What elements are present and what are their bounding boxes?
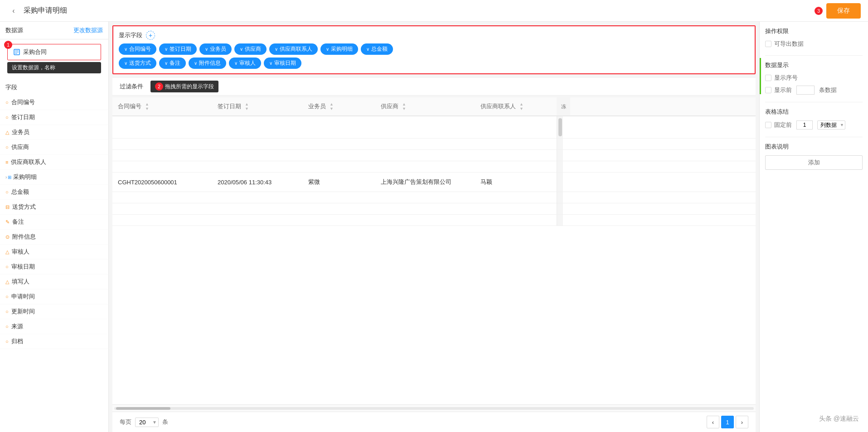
td-scroll-col (557, 161, 563, 172)
page-1-button[interactable]: 1 (721, 416, 734, 428)
sidebar-field-item[interactable]: ○归档 (0, 334, 108, 349)
field-tag[interactable]: ∨合同编号 (119, 43, 156, 55)
th-supplier: 供应商 ▲▼ (375, 97, 475, 115)
save-button[interactable]: 保存 (826, 3, 861, 19)
sidebar-field-item[interactable]: ○更新时间 (0, 304, 108, 319)
watermark: 头条 @速融云 (819, 415, 859, 423)
field-tag[interactable]: ∨业务员 (199, 43, 232, 55)
table-row (112, 139, 756, 150)
sort-icon-contact[interactable]: ▲▼ (519, 102, 524, 111)
sort-icon-supplier[interactable]: ▲▼ (402, 102, 406, 111)
td-scroll-col (557, 116, 563, 138)
scroll-track (114, 407, 754, 410)
sidebar-field-item[interactable]: △审核人 (0, 245, 108, 259)
fields-list: ○合同编号○签订日期△业务员○供应商≡供应商联系人›⊞采购明细○总金额⊟送货方式… (0, 95, 108, 349)
show-sequence-checkbox[interactable] (765, 75, 771, 81)
prev-page-button[interactable]: ‹ (707, 416, 719, 428)
badge-1: 1 (4, 41, 12, 49)
freeze-title: 表格冻结 (765, 108, 863, 116)
sidebar-field-item[interactable]: ○来源 (0, 319, 108, 334)
th-contact: 供应商联系人 ▲▼ (475, 97, 557, 115)
show-first-input[interactable] (796, 86, 815, 95)
field-tag[interactable]: ∨附件信息 (189, 58, 226, 69)
tooltip-2: 2 拖拽所需的显示字段 (150, 81, 218, 92)
td-date (212, 161, 303, 172)
sidebar-field-item[interactable]: ⊟送货方式 (0, 200, 108, 215)
add-field-button[interactable]: + (146, 31, 155, 40)
field-tag[interactable]: ∨审核人 (229, 58, 261, 69)
freeze-value-input[interactable] (796, 120, 813, 130)
sidebar-field-item[interactable]: △填写人 (0, 274, 108, 289)
field-tag[interactable]: ∨供应商联系人 (269, 43, 318, 55)
field-tag[interactable]: ∨备注 (159, 58, 186, 69)
col-more-header: 冻 (557, 97, 570, 115)
td-staff (303, 150, 375, 161)
sidebar-field-item[interactable]: △业务员 (0, 125, 108, 140)
td-date (212, 215, 303, 226)
sidebar-field-item[interactable]: ○总金额 (0, 185, 108, 200)
tooltip-2-text: 拖拽所需的显示字段 (165, 83, 214, 91)
sidebar-field-item[interactable]: ✎备注 (0, 215, 108, 230)
sidebar-field-item[interactable]: ≡供应商联系人 (0, 155, 108, 170)
change-datasource-link[interactable]: 更改数据源 (73, 26, 103, 34)
sort-icon-contract[interactable]: ▲▼ (145, 102, 149, 111)
td-supplier (375, 139, 475, 149)
chart-section: 图表说明 添加 (765, 143, 863, 170)
divider-3 (765, 137, 863, 137)
horizontal-scrollbar[interactable] (112, 404, 756, 412)
sidebar-field-item[interactable]: ○审核日期 (0, 259, 108, 274)
td-contract (112, 215, 212, 226)
td-staff (303, 116, 375, 138)
accent-bar (760, 58, 761, 94)
table-area: 合同编号 ▲▼ 签订日期 ▲▼ 业务员 ▲▼ 供应商 ▲▼ 供应商联系人 ▲ (112, 97, 756, 432)
sidebar-field-item[interactable]: ○供应商 (0, 140, 108, 155)
filter-label: 过滤条件 (120, 82, 143, 91)
show-first-unit: 条数据 (819, 86, 837, 94)
td-scroll-col (557, 203, 563, 214)
freeze-select-wrapper: 列数据 ▼ (817, 120, 845, 130)
td-contract: CGHT2020050600001 (112, 173, 212, 192)
field-tag[interactable]: ∨签订日期 (159, 43, 197, 55)
sort-icon-staff[interactable]: ▲▼ (330, 102, 334, 111)
td-contract (112, 161, 212, 172)
field-tag[interactable]: ∨供应商 (234, 43, 267, 55)
show-first-checkbox[interactable] (765, 87, 771, 93)
td-date (212, 139, 303, 149)
field-tag[interactable]: ∨送货方式 (119, 58, 156, 69)
field-tags-row1: ∨合同编号∨签订日期∨业务员∨供应商∨供应商联系人∨采购明细∨总金额 (119, 43, 749, 55)
td-contact (475, 116, 557, 138)
freeze-label: 固定前 (774, 121, 792, 129)
back-button[interactable]: ‹ (7, 5, 20, 17)
export-checkbox[interactable] (765, 41, 771, 47)
td-contact (475, 139, 557, 149)
td-scroll-col (557, 192, 563, 203)
chart-title: 图表说明 (765, 143, 863, 151)
td-contract (112, 192, 212, 203)
sidebar-field-item[interactable]: ›⊞采购明细 (0, 170, 108, 185)
sidebar-field-item[interactable]: ○合同编号 (0, 95, 108, 110)
display-fields-header: 显示字段 + (119, 31, 749, 40)
th-contract: 合同编号 ▲▼ (112, 97, 212, 115)
filter-area: 过滤条件 2 拖拽所需的显示字段 (112, 78, 756, 96)
sidebar-field-item[interactable]: ○签订日期 (0, 110, 108, 125)
td-contact (475, 203, 557, 214)
table-row (112, 192, 756, 203)
page-size-select[interactable]: 20 50 100 (135, 418, 159, 427)
freeze-checkbox[interactable] (765, 122, 771, 128)
sort-icon-date[interactable]: ▲▼ (245, 102, 249, 111)
sidebar-field-item[interactable]: ○申请时间 (0, 289, 108, 304)
next-page-button[interactable]: › (736, 416, 748, 428)
add-chart-button[interactable]: 添加 (765, 155, 863, 170)
td-scroll-col (557, 173, 563, 192)
datasource-item[interactable]: 1 采购合同 (7, 44, 101, 60)
freeze-select[interactable]: 列数据 (817, 120, 845, 130)
header: ‹ 采购申请明细 3 保存 (0, 0, 868, 22)
field-tag[interactable]: ∨审核日期 (264, 58, 301, 69)
field-tag[interactable]: ∨总金额 (361, 43, 393, 55)
scroll-thumb[interactable] (116, 407, 170, 410)
field-tag[interactable]: ∨采购明细 (320, 43, 358, 55)
show-sequence-label: 显示序号 (774, 74, 798, 82)
sidebar-field-item[interactable]: ⊙附件信息 (0, 230, 108, 245)
badge-2: 2 (155, 82, 163, 91)
show-sequence-row: 显示序号 (765, 74, 863, 82)
